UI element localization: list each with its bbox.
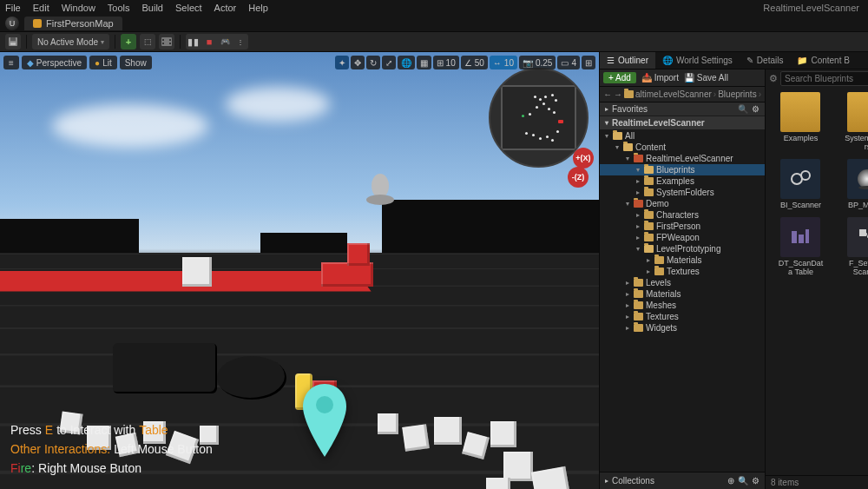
project-name: RealtimeLevelScanner [763, 3, 859, 13]
surface-snap-button[interactable]: ▦ [417, 56, 431, 69]
content-search-row: ⚙ [766, 69, 868, 87]
hud-interact-line: Press E to Interact with Table [10, 423, 213, 437]
coord-space-button[interactable]: 🌐 [398, 56, 415, 69]
filter-icon[interactable]: ⚙ [769, 73, 778, 84]
tree-node-widgets[interactable]: ▸Widgets [600, 322, 765, 334]
asset-thumb [780, 217, 820, 257]
tree-node-realtimelevelscanner[interactable]: ▾RealtimeLevelScanner [600, 153, 765, 164]
select-mode-button[interactable]: ✦ [335, 56, 349, 69]
cinematics-button[interactable] [159, 34, 174, 50]
add-content-button[interactable]: + [121, 34, 136, 50]
asset-f-settings-scanner[interactable]: F_Settings Scanner [838, 217, 868, 277]
favorites-section[interactable]: ▸Favorites 🔍 ⚙ [600, 102, 765, 116]
tree-node-fpweapon[interactable]: ▸FPWeapon [600, 232, 765, 243]
asset-examples[interactable]: Examples [771, 92, 831, 152]
folder-icon [623, 143, 633, 151]
settings-icon[interactable]: ⚙ [752, 476, 760, 486]
axis-z-icon[interactable]: -(Z) [568, 167, 589, 188]
stop-button[interactable]: ■ [201, 34, 217, 50]
viewport[interactable]: ≡ ◆Perspective ●Lit Show ✦ ✥ ↻ ⤢ 🌐 ▦ ⊞ 1… [0, 52, 599, 489]
editor-mode-dropdown[interactable]: No Active Mode▾ [32, 34, 109, 50]
play-options[interactable]: ⋮ [233, 34, 248, 50]
svg-point-12 [801, 171, 810, 180]
svg-point-8 [372, 174, 389, 198]
save-button[interactable] [5, 34, 21, 50]
folder-icon [634, 200, 643, 208]
tree-node-demo[interactable]: ▾Demo [600, 198, 765, 209]
tree-node-textures[interactable]: ▸Textures [600, 266, 765, 277]
content-search-input[interactable] [780, 71, 868, 86]
world-icon: 🌐 [662, 56, 673, 65]
tree-node-blueprints[interactable]: ▾Blueprints [600, 164, 765, 175]
scale-snap-button[interactable]: ↔ 10 [490, 56, 517, 69]
viewport-layout-button[interactable]: ▭ 4 [557, 56, 580, 69]
grid-snap-button[interactable]: ⊞ 10 [433, 56, 459, 69]
tree-node-firstperson[interactable]: ▸FirstPerson [600, 221, 765, 232]
tab-outliner[interactable]: ☰Outliner [600, 52, 655, 69]
tab-details[interactable]: ✎Details [740, 52, 791, 69]
save-all-button[interactable]: 💾 Save All [684, 73, 728, 83]
tree-node-levelprototyping[interactable]: ▾LevelPrototyping [600, 243, 765, 254]
add-collection-icon[interactable]: ⊕ [727, 476, 734, 486]
menu-file[interactable]: File [5, 3, 21, 13]
translate-mode-button[interactable]: ✥ [351, 56, 365, 69]
menu-tools[interactable]: Tools [108, 3, 130, 13]
menu-actor[interactable]: Actor [214, 3, 237, 13]
source-crumb[interactable]: ←→ altimeLevelScanner› Blueprints› [600, 87, 765, 102]
svg-point-14 [858, 186, 868, 189]
tree-node-textures[interactable]: ▸Textures [600, 311, 765, 322]
viewport-perspective-button[interactable]: ◆Perspective [22, 56, 87, 69]
viewport-menu-button[interactable]: ≡ [3, 56, 19, 69]
menu-window[interactable]: Window [62, 3, 95, 13]
asset-dt-scandata-table[interactable]: DT_ScanData Table [771, 217, 831, 277]
tab-world-settings[interactable]: 🌐World Settings [655, 52, 740, 69]
tree-node-materials[interactable]: ▸Materials [600, 254, 765, 266]
asset-bi-scanner[interactable]: BI_Scanner [771, 159, 831, 210]
menu-select[interactable]: Select [175, 3, 202, 13]
collections-bar[interactable]: ▸ Collections ⊕ 🔍 ⚙ [600, 472, 765, 489]
source-tree[interactable]: ▾All▾Content▾RealtimeLevelScanner▾Bluepr… [600, 130, 765, 472]
viewport-lit-button[interactable]: ●Lit [89, 56, 117, 69]
ue-logo-icon[interactable]: U [5, 17, 19, 30]
tab-content-browser[interactable]: 📁Content B [790, 52, 856, 69]
viewport-maximize-button[interactable]: ⊞ [582, 56, 595, 69]
asset-label: F_Settings Scanner [844, 260, 868, 277]
tree-node-levels[interactable]: ▸Levels [600, 277, 765, 288]
tree-node-systemfolders[interactable]: ▸SystemFolders [600, 187, 765, 198]
tree-label: Widgets [646, 323, 677, 333]
outliner-icon: ☰ [607, 56, 615, 65]
tree-node-examples[interactable]: ▸Examples [600, 175, 765, 187]
project-section[interactable]: ▾RealtimeLevelScanner [600, 116, 765, 130]
svg-rect-7 [169, 43, 171, 44]
marketplace-button[interactable]: ⬚ [140, 34, 155, 50]
tab-level[interactable]: FirstPersonMap [24, 17, 122, 30]
tree-label: Characters [656, 210, 699, 220]
scale-mode-button[interactable]: ⤢ [382, 56, 396, 69]
viewport-show-button[interactable]: Show [120, 56, 152, 69]
tree-node-characters[interactable]: ▸Characters [600, 209, 765, 221]
axis-x-icon[interactable]: +(X) [573, 148, 594, 169]
tree-node-meshes[interactable]: ▸Meshes [600, 300, 765, 311]
menu-edit[interactable]: Edit [33, 3, 49, 13]
svg-rect-15 [792, 231, 797, 243]
camera-speed-button[interactable]: 📷 0.25 [519, 56, 556, 69]
tree-node-content[interactable]: ▾Content [600, 142, 765, 153]
asset-grid[interactable]: ExamplesSystemFoldersBI_ScannerBP_Marker… [766, 87, 868, 475]
tree-node-all[interactable]: ▾All [600, 130, 765, 142]
eject-button[interactable]: 🎮 [217, 34, 233, 50]
folder-icon [644, 166, 654, 174]
pause-button[interactable]: ▮▮ [186, 34, 201, 50]
angle-snap-button[interactable]: ∠ 50 [461, 56, 488, 69]
asset-bp-marker[interactable]: BP_Marker [838, 159, 868, 210]
import-button[interactable]: 📥 Import [641, 73, 679, 83]
outliner-toolbar: + Add 📥 Import 💾 Save All [600, 69, 765, 87]
search-icon[interactable]: 🔍 [738, 104, 748, 114]
settings-icon[interactable]: ⚙ [752, 104, 760, 114]
asset-systemfolders[interactable]: SystemFolders [838, 92, 868, 152]
add-button[interactable]: + Add [603, 72, 636, 83]
rotate-mode-button[interactable]: ↻ [366, 56, 380, 69]
menu-help[interactable]: Help [248, 3, 268, 13]
search-icon[interactable]: 🔍 [738, 476, 748, 486]
tree-node-materials[interactable]: ▸Materials [600, 288, 765, 300]
menu-build[interactable]: Build [142, 3, 163, 13]
